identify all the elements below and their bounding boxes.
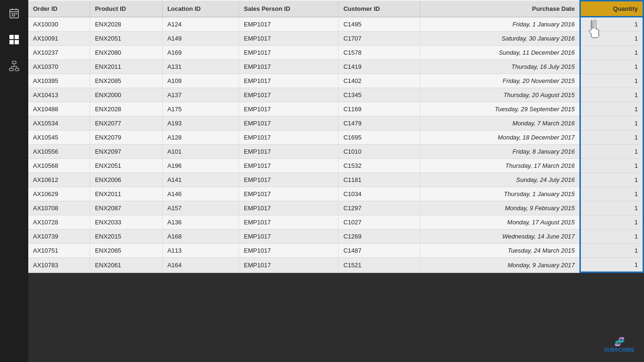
- svg-rect-11: [9, 40, 14, 44]
- table-sidebar-icon[interactable]: [6, 31, 23, 48]
- data-table: Order ID Product ID Location ID Sales Pe…: [28, 0, 644, 273]
- col-product-id[interactable]: Product ID: [90, 1, 162, 17]
- cell-order_id: AX10568: [28, 159, 90, 173]
- cell-sales_person_id: EMP1017: [239, 131, 339, 145]
- cell-location_id: A136: [162, 215, 239, 230]
- cell-product_id: ENX2000: [90, 88, 162, 102]
- cell-quantity: 1: [580, 32, 643, 46]
- col-customer-id[interactable]: Customer ID: [339, 1, 421, 17]
- cell-sales_person_id: EMP1017: [239, 159, 339, 173]
- cell-customer_id: C1402: [339, 74, 421, 88]
- cell-location_id: A149: [162, 32, 239, 46]
- table-row: AX10739ENX2015A168EMP1017C1269Wednesday,…: [28, 230, 644, 244]
- svg-rect-12: [15, 40, 19, 44]
- cell-purchase_date: Thursday, 20 August 2015: [421, 88, 580, 102]
- cell-order_id: AX10395: [28, 74, 90, 88]
- cell-purchase_date: Tuesday, 24 March 2015: [421, 244, 580, 258]
- cell-quantity: 1: [580, 215, 643, 230]
- cell-location_id: A141: [162, 173, 239, 187]
- table-row: AX10556ENX2097A101EMP1017C1010Friday, 8 …: [28, 145, 644, 159]
- watermark-text: SUBSCRIBE: [604, 347, 635, 353]
- cell-product_id: ENX2065: [90, 244, 162, 258]
- cell-order_id: AX10488: [28, 102, 90, 116]
- cell-product_id: ENX2028: [90, 17, 162, 32]
- table-row: AX10545ENX2079A128EMP1017C1695Monday, 18…: [28, 131, 644, 145]
- cell-product_id: ENX2077: [90, 116, 162, 131]
- cell-product_id: ENX2079: [90, 131, 162, 145]
- cell-customer_id: C1181: [339, 173, 421, 187]
- cell-sales_person_id: EMP1017: [239, 173, 339, 187]
- cell-product_id: ENX2028: [90, 102, 162, 116]
- cell-location_id: A128: [162, 131, 239, 145]
- cell-quantity: 1: [580, 131, 643, 145]
- col-location-id[interactable]: Location ID: [162, 1, 239, 17]
- cell-order_id: AX10030: [28, 17, 90, 32]
- cell-purchase_date: Monday, 17 August 2015: [421, 215, 580, 230]
- sidebar: [0, 0, 28, 362]
- cell-sales_person_id: EMP1017: [239, 74, 339, 88]
- svg-rect-4: [12, 13, 13, 15]
- svg-rect-15: [15, 68, 19, 71]
- cell-location_id: A131: [162, 60, 239, 74]
- cell-sales_person_id: EMP1017: [239, 32, 339, 46]
- main-content: Order ID Product ID Location ID Sales Pe…: [28, 0, 644, 362]
- cell-product_id: ENX2051: [90, 159, 162, 173]
- cell-purchase_date: Saturday, 30 January 2016: [421, 32, 580, 46]
- cell-order_id: AX10708: [28, 201, 90, 215]
- col-sales-person-id[interactable]: Sales Person ID: [239, 1, 339, 17]
- table-row: AX10395ENX2085A109EMP1017C1402Friday, 20…: [28, 74, 644, 88]
- table-container[interactable]: Order ID Product ID Location ID Sales Pe…: [28, 0, 644, 362]
- cell-purchase_date: Friday, 20 November 2015: [421, 74, 580, 88]
- cell-product_id: ENX2011: [90, 187, 162, 201]
- cell-sales_person_id: EMP1017: [239, 116, 339, 131]
- col-quantity[interactable]: Quantity: [580, 1, 643, 17]
- cell-quantity: 1: [580, 159, 643, 173]
- cell-customer_id: C1487: [339, 244, 421, 258]
- cell-location_id: A169: [162, 46, 239, 60]
- cell-quantity: 1: [580, 258, 643, 272]
- cell-sales_person_id: EMP1017: [239, 244, 339, 258]
- cell-order_id: AX10751: [28, 244, 90, 258]
- cell-order_id: AX10091: [28, 32, 90, 46]
- cell-order_id: AX10545: [28, 131, 90, 145]
- cell-order_id: AX10739: [28, 230, 90, 244]
- table-row: AX10629ENX2011A146EMP1017C1034Thursday, …: [28, 187, 644, 201]
- cell-product_id: ENX2006: [90, 173, 162, 187]
- cell-sales_person_id: EMP1017: [239, 201, 339, 215]
- svg-rect-9: [9, 35, 14, 39]
- cell-product_id: ENX2097: [90, 145, 162, 159]
- cell-product_id: ENX2061: [90, 258, 162, 272]
- watermark-dna-icon: 🧬: [614, 337, 625, 347]
- cell-purchase_date: Wednesday, 14 June 2017: [421, 230, 580, 244]
- table-row: AX10708ENX2087A157EMP1017C1297Monday, 9 …: [28, 201, 644, 215]
- col-order-id[interactable]: Order ID: [28, 1, 90, 17]
- cell-customer_id: C1578: [339, 46, 421, 60]
- cell-purchase_date: Monday, 18 December 2017: [421, 131, 580, 145]
- cell-product_id: ENX2087: [90, 201, 162, 215]
- cell-quantity: 1: [580, 17, 643, 32]
- cell-customer_id: C1695: [339, 131, 421, 145]
- table-row: AX10751ENX2065A113EMP1017C1487Tuesday, 2…: [28, 244, 644, 258]
- cell-sales_person_id: EMP1017: [239, 60, 339, 74]
- cell-quantity: 1: [580, 88, 643, 102]
- cell-customer_id: C1521: [339, 258, 421, 272]
- cell-order_id: AX10413: [28, 88, 90, 102]
- cell-quantity: 1: [580, 201, 643, 215]
- cell-sales_person_id: EMP1017: [239, 88, 339, 102]
- cell-customer_id: C1269: [339, 230, 421, 244]
- col-purchase-date[interactable]: Purchase Date: [421, 1, 580, 17]
- cell-purchase_date: Monday, 7 March 2016: [421, 116, 580, 131]
- cell-location_id: A124: [162, 17, 239, 32]
- table-row: AX10413ENX2000A137EMP1017C1345Thursday, …: [28, 88, 644, 102]
- hierarchy-sidebar-icon[interactable]: [6, 58, 23, 74]
- cell-quantity: 1: [580, 102, 643, 116]
- cell-purchase_date: Friday, 1 January 2016: [421, 17, 580, 32]
- cell-product_id: ENX2011: [90, 60, 162, 74]
- cell-product_id: ENX2080: [90, 46, 162, 60]
- cell-sales_person_id: EMP1017: [239, 230, 339, 244]
- cell-product_id: ENX2033: [90, 215, 162, 230]
- calendar-sidebar-icon[interactable]: [6, 5, 23, 22]
- cell-quantity: 1: [580, 244, 643, 258]
- svg-rect-7: [12, 15, 13, 16]
- cell-customer_id: C1345: [339, 88, 421, 102]
